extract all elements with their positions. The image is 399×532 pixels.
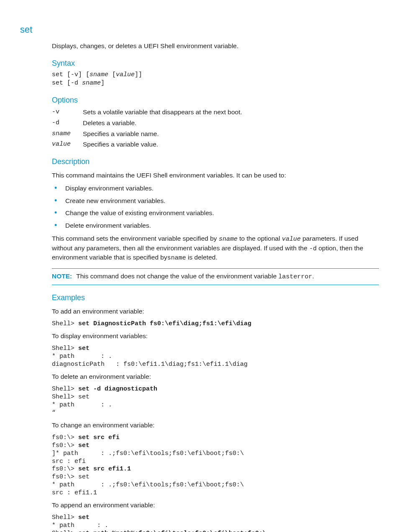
desc-text: This command sets the environment variab… xyxy=(52,235,219,242)
option-term: value xyxy=(52,140,83,149)
desc-text: is deleted. xyxy=(186,254,217,261)
desc-code-d-option: -d xyxy=(309,245,317,252)
option-description: Specifies a variable value. xyxy=(83,140,379,149)
options-heading: Options xyxy=(52,95,379,105)
intro-text: Displays, changes, or deletes a UEFI She… xyxy=(52,42,379,51)
option-description: Sets a volatile variable that disappears… xyxy=(83,108,379,117)
syntax-heading: Syntax xyxy=(52,58,379,68)
description-heading: Description xyxy=(52,157,379,167)
bullet-item: Display environment variables. xyxy=(52,184,379,193)
option-term: sname xyxy=(52,130,83,139)
example-code-delete: Shell> set -d diagnosticpath Shell> set … xyxy=(52,386,379,417)
note-label: NOTE: xyxy=(52,272,72,280)
syntax-line-1: set [-v] [sname [value]] xyxy=(52,71,379,79)
syntax-text: set [-d xyxy=(52,80,82,87)
description-paragraph-2: This command sets the environment variab… xyxy=(52,234,379,262)
example-code-append: Shell> set * path : . Shell> set path %p… xyxy=(52,514,379,532)
example-label: To display environment variables: xyxy=(52,332,379,341)
desc-code-value: value xyxy=(282,236,301,243)
syntax-text: ] xyxy=(101,80,105,87)
option-row: -dDeletes a variable. xyxy=(52,119,379,128)
example-code-display: Shell> set * path : . diagnosticPath : f… xyxy=(52,345,379,368)
example-code-change: fs0:\> set src efi fs0:\> set ]* path : … xyxy=(52,434,379,497)
syntax-arg-sname: sname xyxy=(82,80,101,87)
examples-heading: Examples xyxy=(52,293,379,303)
description-paragraph: This command maintains the UEFI Shell en… xyxy=(52,171,379,180)
option-row: valueSpecifies a variable value. xyxy=(52,140,379,149)
example-label: To append an environment variable: xyxy=(52,501,379,510)
desc-text: to the optional xyxy=(238,235,282,242)
desc-code-sname: sname xyxy=(219,236,238,243)
desc-code-sname: sname xyxy=(167,254,186,262)
example-label: To delete an environment variable: xyxy=(52,373,379,381)
example-label: To add an environment variable: xyxy=(52,307,379,316)
option-term: -d xyxy=(52,119,83,128)
syntax-arg-sname: sname xyxy=(90,71,108,78)
note-text: This command does not change the value o… xyxy=(76,272,278,280)
example-label: To change an environment variable: xyxy=(52,421,379,430)
syntax-line-2: set [-d sname] xyxy=(52,79,379,87)
syntax-text: set [-v] [ xyxy=(52,71,90,78)
note-code-lasterror: lasterror xyxy=(279,273,312,280)
syntax-text: [ xyxy=(108,71,116,78)
option-row: snameSpecifies a variable name. xyxy=(52,130,379,139)
note-text: . xyxy=(312,272,314,280)
option-description: Specifies a variable name. xyxy=(83,130,379,139)
option-row: -vSets a volatile variable that disappea… xyxy=(52,108,379,117)
note-box: NOTE:This command does not change the va… xyxy=(52,268,379,285)
option-description: Deletes a variable. xyxy=(83,119,379,128)
command-title: set xyxy=(20,23,379,36)
bullet-item: Change the value of existing environment… xyxy=(52,209,379,218)
option-term: -v xyxy=(52,108,83,117)
example-code-add: Shell> set DiagnosticPath fs0:\efi\diag;… xyxy=(52,320,379,328)
bullet-item: Create new environment variables. xyxy=(52,197,379,206)
bullet-item: Delete environment variables. xyxy=(52,221,379,230)
syntax-text: ]] xyxy=(135,71,142,78)
syntax-arg-value: value xyxy=(116,71,135,78)
